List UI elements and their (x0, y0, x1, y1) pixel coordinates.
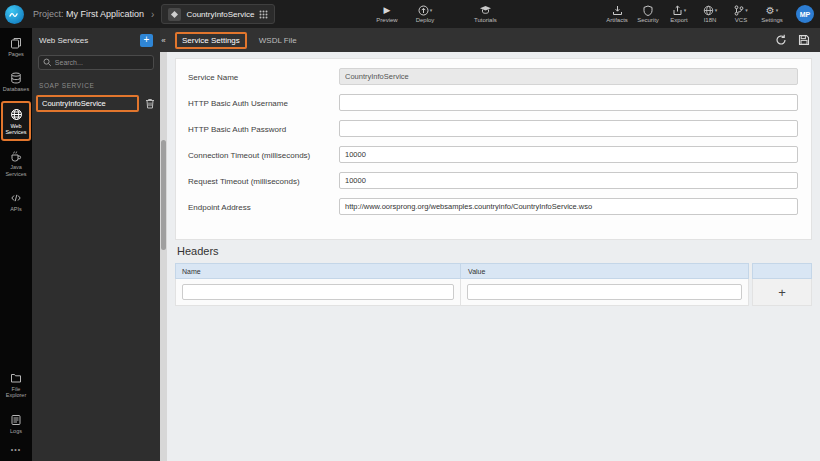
more-options-icon[interactable]: ••• (11, 440, 21, 461)
headers-section-title: Headers (177, 245, 219, 257)
header-name-cell (175, 279, 461, 306)
form-row: Endpoint Address (176, 194, 811, 220)
project-name[interactable]: My First Application (66, 9, 144, 19)
headers-table-header: Name Value (175, 263, 812, 279)
sidebar-item-databases[interactable]: Databases (1, 65, 31, 98)
basic-auth-username-input[interactable] (339, 94, 798, 111)
connection-timeout-input[interactable] (339, 146, 798, 163)
form-row: Connection Timeout (milliseconds) (176, 142, 811, 168)
gear-icon: ⚙ (766, 6, 775, 16)
field-label: HTTP Basic Auth Password (188, 125, 286, 134)
basic-auth-password-input[interactable] (339, 120, 798, 137)
tab-wsdl-file[interactable]: WSDL File (259, 36, 297, 45)
field-label: HTTP Basic Auth Username (188, 99, 288, 108)
service-settings-content: Service Name HTTP Basic Auth Username HT… (167, 52, 820, 461)
endpoint-address-input[interactable] (339, 198, 798, 215)
sidebar-item-logs[interactable]: Logs (1, 407, 31, 440)
tutorials-button[interactable]: Tutorials (474, 5, 497, 23)
service-tab-bar: Service Settings WSDL File (167, 28, 820, 52)
app-selector[interactable]: CountryInfoService (161, 4, 275, 24)
field-label: Service Name (188, 73, 238, 82)
trash-icon (145, 98, 155, 109)
service-name-input[interactable] (339, 68, 798, 85)
pages-icon (10, 37, 22, 49)
sidebar-item-pages[interactable]: Pages (1, 30, 31, 63)
form-row: Request Timeout (milliseconds) (176, 168, 811, 194)
topbar-right-actions: Artifacts Security ▾ Export ▾ I18N ▾ (606, 0, 814, 28)
chevron-down-icon: ▾ (684, 8, 687, 13)
form-row: HTTP Basic Auth Username (176, 90, 811, 116)
tab-service-settings[interactable]: Service Settings (175, 32, 247, 49)
sidebar-item-java-services[interactable]: Java Services (1, 143, 31, 183)
artifacts-button[interactable]: Artifacts (606, 5, 628, 23)
deploy-button[interactable]: ▾ Deploy (414, 5, 436, 23)
i18n-button[interactable]: ▾ I18N (699, 5, 721, 23)
service-search[interactable] (38, 55, 154, 70)
add-service-button[interactable]: + (140, 34, 153, 47)
export-button[interactable]: ▾ Export (668, 5, 690, 23)
chevron-down-icon: ▾ (745, 8, 748, 13)
soap-service-section-label: SOAP SERVICE (39, 82, 153, 89)
delete-service-button[interactable] (144, 97, 156, 110)
column-header-value: Value (461, 263, 749, 279)
deploy-circle-up-icon (418, 5, 429, 16)
web-services-panel: Web Services + SOAP SERVICE CountryInfoS… (32, 28, 160, 461)
headers-table: Name Value + (175, 263, 812, 306)
header-name-input[interactable] (182, 284, 454, 300)
save-floppy-icon (798, 34, 810, 46)
request-timeout-input[interactable] (339, 172, 798, 189)
refresh-icon (775, 34, 787, 46)
preview-button[interactable]: ▶ Preview (376, 5, 398, 23)
panel-header: Web Services + (32, 28, 160, 52)
vcs-button[interactable]: ▾ VCS (730, 5, 752, 23)
chevron-down-icon: ▾ (430, 8, 433, 13)
sidebar-item-web-services[interactable]: Web Services (1, 101, 31, 142)
app-selector-name: CountryInfoService (186, 10, 254, 19)
search-input[interactable] (55, 59, 149, 66)
sidebar-item-file-explorer[interactable]: File Explorer (1, 365, 31, 405)
left-icon-rail: Pages Databases Web Services Java Servic… (0, 28, 32, 461)
database-icon (10, 72, 22, 84)
security-button[interactable]: Security (637, 5, 659, 23)
header-value-cell (461, 279, 749, 306)
column-header-actions (752, 263, 812, 279)
coffee-cup-icon (10, 150, 22, 162)
collapse-panel-icon[interactable]: « (160, 28, 167, 52)
breadcrumb: Project: My First Application (33, 9, 144, 19)
field-label: Endpoint Address (188, 203, 251, 212)
grid-icon[interactable] (259, 10, 268, 19)
shield-icon (643, 5, 653, 16)
panel-resizer[interactable]: « (160, 28, 167, 461)
play-icon: ▶ (384, 6, 391, 15)
code-brackets-icon (10, 192, 22, 204)
wavemaker-logo-icon[interactable] (5, 5, 24, 24)
settings-button[interactable]: ⚙ ▾ Settings (761, 5, 783, 23)
download-tray-icon (612, 5, 623, 16)
service-settings-form: Service Name HTTP Basic Auth Username HT… (175, 58, 812, 240)
column-header-name: Name (175, 263, 461, 279)
globe-icon (703, 5, 714, 16)
chevron-right-icon: › (151, 9, 154, 20)
avatar[interactable]: MP (796, 5, 814, 23)
scrollbar-thumb[interactable] (161, 140, 166, 250)
refresh-button[interactable] (775, 34, 787, 46)
project-label: Project: (33, 9, 64, 19)
service-tile-icon (168, 8, 181, 21)
globe-icon (10, 108, 23, 121)
field-label: Connection Timeout (milliseconds) (188, 151, 310, 160)
sidebar-item-apis[interactable]: APIs (1, 185, 31, 218)
log-list-icon (10, 414, 22, 426)
form-row: HTTP Basic Auth Password (176, 116, 811, 142)
form-row: Service Name (176, 64, 811, 90)
export-arrow-icon (672, 5, 683, 16)
add-header-button[interactable]: + (752, 279, 812, 306)
table-row: + (175, 279, 812, 306)
folder-icon (10, 372, 22, 384)
search-icon (43, 58, 52, 67)
topbar-center-actions: ▶ Preview ▾ Deploy Tutorials (376, 0, 497, 28)
panel-title: Web Services (39, 36, 88, 45)
top-bar: Project: My First Application › CountryI… (0, 0, 820, 28)
service-item-countryinfoservice[interactable]: CountryInfoService (36, 95, 139, 112)
save-button[interactable] (798, 34, 810, 46)
header-value-input[interactable] (467, 284, 742, 300)
